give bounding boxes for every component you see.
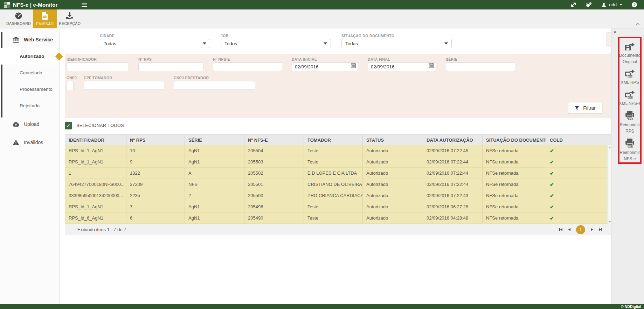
cold-check-icon: ✔ xyxy=(546,179,612,190)
chevron-down-icon xyxy=(324,42,327,45)
pager-first-button[interactable] xyxy=(559,228,563,231)
calendar-icon[interactable] xyxy=(351,63,356,69)
cold-check-icon: ✔ xyxy=(546,213,612,223)
xml-rps-icon: RPS xyxy=(624,69,636,78)
column-header[interactable]: SITUAÇÃO DO DOCUMENTO xyxy=(483,135,546,145)
identificador-field: IDENTIFICADOR xyxy=(67,57,129,71)
table-cell: Teste xyxy=(304,145,363,156)
table-cell: 2235 xyxy=(126,190,185,201)
left-sidebar: Web Service Autorizado Cancelado Process… xyxy=(0,28,60,304)
cidade-select[interactable]: Todas xyxy=(100,39,210,48)
main-area: Web Service Autorizado Cancelado Process… xyxy=(0,28,644,304)
table-cell: Autorizado xyxy=(363,213,423,223)
n-nfse-field: N° NFS-E xyxy=(213,57,282,71)
pager-prev-button[interactable] xyxy=(568,228,571,231)
panel-collapse-icon[interactable]: » xyxy=(614,29,616,35)
user-menu[interactable]: ndd xyxy=(601,2,622,7)
data-final-input[interactable] xyxy=(368,62,436,71)
n-rps-input[interactable] xyxy=(138,62,203,71)
n-nfse-input[interactable] xyxy=(213,62,282,71)
cnpj-prestador-input[interactable] xyxy=(174,81,255,90)
filter-panel: IDENTIFICADOR N° RPS N° NFS-E DATA INICI… xyxy=(65,54,620,118)
sidebar-item-label: Inválidos xyxy=(24,140,43,145)
identificador-input[interactable] xyxy=(67,62,129,71)
table-row[interactable]: RPS_Id_1_AgN17AgN1205496TesteAutorizado0… xyxy=(65,201,612,213)
tab-dashboard[interactable]: DASHBOARD xyxy=(4,9,33,28)
table-row[interactable]: RPS_Id_6_AgN16AgN1205490TesteAutorizado0… xyxy=(65,213,612,224)
pagination: 1 xyxy=(559,225,602,234)
scroll-up-icon[interactable]: ▲ xyxy=(609,146,611,148)
help-icon[interactable]: ? xyxy=(632,2,637,7)
sidebar-item-invalidos[interactable]: Inválidos xyxy=(0,134,59,150)
sidebar-item-cancelado[interactable]: Cancelado xyxy=(0,65,59,81)
gauge-icon xyxy=(14,12,23,20)
xml-rps-button[interactable]: RPS XML RPS xyxy=(615,69,644,86)
filtrar-button[interactable]: Filtrar xyxy=(568,102,602,114)
n-rps-label: N° RPS xyxy=(138,57,203,61)
pager-next-button[interactable] xyxy=(590,228,593,231)
funnel-icon xyxy=(575,106,579,110)
sidebar-item-label: Processamento xyxy=(20,87,53,92)
tab-recepcao[interactable]: RECEPÇÃO xyxy=(57,9,83,28)
pager-last-button[interactable] xyxy=(598,228,602,231)
table-row[interactable]: RPS_Id_1_AgN110AgN1205504TesteAutorizado… xyxy=(65,145,612,156)
select-all-checkbox[interactable]: ✓ xyxy=(65,122,72,129)
column-header[interactable]: STATUS xyxy=(363,135,423,145)
column-header[interactable]: SÉRIE xyxy=(185,135,244,145)
table-row[interactable]: 33398595000134200000...22352205500PRO CR… xyxy=(65,190,612,201)
job-select[interactable]: Todos xyxy=(221,39,331,48)
sidebar-item-rejeitado[interactable]: Rejeitado xyxy=(0,98,59,114)
table-row[interactable]: RPS_Id_1_AgN19AgN1205503TesteAutorizado0… xyxy=(65,156,612,168)
menu-hamburger-icon[interactable] xyxy=(82,3,87,7)
scroll-down-icon[interactable]: ▼ xyxy=(609,221,611,223)
action-label: Documento Original xyxy=(615,53,644,65)
ndd-logo-icon xyxy=(4,2,10,8)
situacao-documento-select[interactable]: Todas xyxy=(341,39,452,48)
cnpj-prestador-label: CNPJ PRESTADOR xyxy=(174,76,255,80)
cpf-tomador-input[interactable] xyxy=(84,81,164,90)
sidebar-item-upload[interactable]: Upload xyxy=(0,116,59,132)
filtrar-label: Filtrar xyxy=(583,105,596,111)
sidebar-item-autorizado[interactable]: Autorizado xyxy=(0,48,59,65)
table-cell: 205490 xyxy=(244,213,304,223)
data-inicial-input[interactable] xyxy=(292,62,358,71)
settings-gears-icon[interactable] xyxy=(586,2,592,7)
cpf-tomador-field: CPF TOMADOR xyxy=(84,76,164,90)
filter-row-selects: CIDADE Todas JOB Todos SITUAÇÃO DO DOCUM… xyxy=(65,34,620,48)
webservice-group: Web Service Autorizado Cancelado Process… xyxy=(0,31,59,114)
table-cell: AgN1 xyxy=(185,156,244,167)
table-row[interactable]: 76494277000180NFS000...27209NFS205501CRI… xyxy=(65,179,612,190)
xml-nfse-button[interactable]: NFS-e XML NFS-e xyxy=(615,90,644,107)
serie-input[interactable] xyxy=(446,62,515,71)
tab-emissao[interactable]: EMISSÃO xyxy=(33,9,57,28)
chevron-down-icon xyxy=(444,42,448,45)
column-header[interactable]: TOMADOR xyxy=(304,135,363,145)
column-header[interactable]: COLD xyxy=(546,135,607,145)
column-header[interactable]: Nº NFS-E xyxy=(244,135,304,145)
job-field: JOB Todos xyxy=(221,34,331,48)
table-cell: Autorizado xyxy=(363,201,423,212)
documento-original-button[interactable]: Documento Original xyxy=(615,42,644,65)
sidebar-item-web-service[interactable]: Web Service xyxy=(0,31,59,48)
cold-check-icon: ✔ xyxy=(546,156,612,167)
table-cell: Teste xyxy=(304,201,363,212)
table-cell: 02/09/2016 07:22:44 xyxy=(423,179,483,190)
action-label: Reimprimir RPS xyxy=(615,122,644,134)
column-header[interactable]: DATA AUTORIZAÇÃO xyxy=(423,135,483,145)
table-row[interactable]: 11322A205502E D LOPES E CIA LTDAAutoriza… xyxy=(65,168,612,179)
column-header[interactable]: IDENTIFICADOR xyxy=(65,135,126,145)
cnpj-checkbox[interactable] xyxy=(67,81,74,90)
svg-text:NFS-e: NFS-e xyxy=(628,146,633,148)
reimprimir-rps-button[interactable]: RPS Reimprimir RPS xyxy=(615,110,644,134)
table-cell: 02/09/2016 07:22:44 xyxy=(423,168,483,179)
pager-page-1[interactable]: 1 xyxy=(576,225,585,234)
save-export-icon xyxy=(624,42,636,51)
reimprimir-nfse-button[interactable]: NFS-e Reimprimir NFS-e xyxy=(615,138,644,162)
toolbar-collapse-icon[interactable] xyxy=(636,20,640,27)
tab-label: DASHBOARD xyxy=(6,21,31,26)
fullscreen-icon[interactable] xyxy=(571,2,576,7)
column-header[interactable]: Nº RPS xyxy=(126,135,185,145)
calendar-icon[interactable] xyxy=(429,63,434,69)
sidebar-item-processamento[interactable]: Processamento xyxy=(0,81,59,98)
table-cell: Autorizado xyxy=(363,179,423,190)
